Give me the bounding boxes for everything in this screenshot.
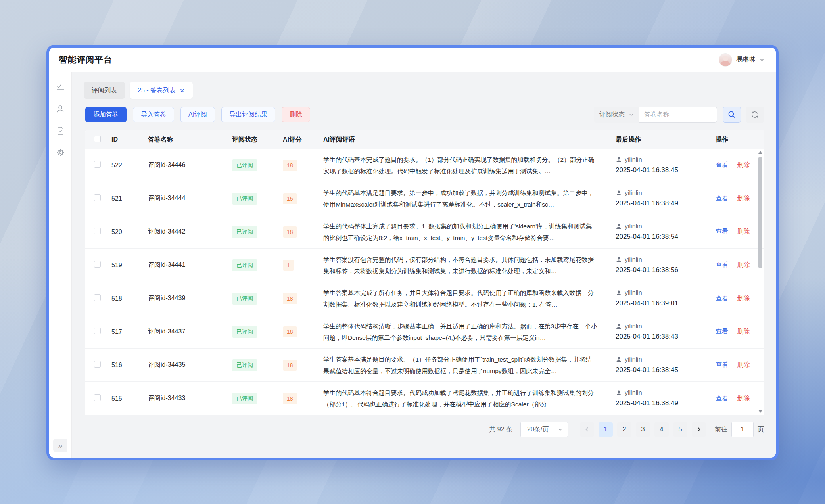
delete-link[interactable]: 删除 [737,195,750,201]
sidebar-collapse-button[interactable]: » [53,439,67,452]
row-operator: yilinlin [625,223,642,230]
delete-link[interactable]: 删除 [737,261,750,268]
view-link[interactable]: 查看 [716,161,728,168]
row-time: 2025-04-01 16:38:45 [616,166,712,174]
search-button[interactable] [723,107,741,123]
row-id: 516 [111,362,148,369]
score-badge: 18 [283,393,297,404]
answer-name-input[interactable] [639,107,717,123]
view-link[interactable]: 查看 [716,195,728,201]
add-answer-button[interactable]: 添加答卷 [85,107,127,122]
main-content: 评阅列表 25 - 答卷列表 ✕ 添加答卷 导入答卷 AI评阅 导出评阅结果 删… [72,72,776,458]
row-id: 518 [111,295,148,302]
view-link[interactable]: 查看 [716,295,728,301]
score-badge: 18 [283,160,297,171]
table-row: 517 评阅id-34437 已评阅 18 学生的整体代码结构清晰，步骤基本正确… [85,315,764,349]
row-checkbox[interactable] [94,228,101,234]
row-time: 2025-04-01 16:38:45 [616,366,712,374]
tab-close-icon[interactable]: ✕ [180,88,185,94]
user-menu[interactable]: 易琳琳 [719,53,765,67]
table-scrollbar[interactable] [758,150,763,414]
view-link[interactable]: 查看 [716,361,728,368]
refresh-button[interactable] [746,107,764,123]
review-status-select[interactable]: 评阅状态 [594,107,639,123]
row-checkbox[interactable] [94,194,101,201]
answer-table: ID 答卷名称 评阅状态 AI评分 AI评阅评语 最后操作 操作 522 评阅i… [85,130,764,415]
row-checkbox[interactable] [94,328,101,334]
page-button-3[interactable]: 3 [636,422,650,437]
row-operator: yilinlin [625,256,642,263]
person-icon [616,290,622,296]
goto-label: 前往 [715,425,727,434]
header-id: ID [111,136,148,143]
row-comment: 学生的整体代码结构清晰，步骤基本正确，并且适用了正确的库和方法。然而，在第3步中… [323,320,616,343]
view-link[interactable]: 查看 [716,395,728,401]
row-name: 评阅id-34444 [148,194,232,203]
row-name: 评阅id-34446 [148,161,232,169]
next-page-button[interactable] [692,422,706,437]
row-time: 2025-04-01 16:38:49 [616,399,712,407]
row-last-op: yilinlin 2025-04-01 16:38:43 [616,323,716,341]
document-check-icon[interactable] [56,126,65,136]
view-link[interactable]: 查看 [716,228,728,235]
status-badge: 已评阅 [232,359,257,371]
row-checkbox[interactable] [94,161,101,168]
scroll-up-icon[interactable] [758,151,762,154]
delete-link[interactable]: 删除 [737,161,750,168]
score-badge: 1 [283,260,294,271]
row-name: 评阅id-34441 [148,261,232,269]
page-button-4[interactable]: 4 [654,422,669,437]
review-checklist-icon[interactable] [56,82,65,92]
header-comment: AI评阅评语 [323,136,616,144]
score-badge: 18 [283,326,297,337]
row-operator: yilinlin [625,190,642,197]
delete-link[interactable]: 删除 [737,395,750,401]
delete-link[interactable]: 删除 [737,361,750,368]
view-link[interactable]: 查看 [716,328,728,335]
row-time: 2025-04-01 16:38:56 [616,266,712,274]
score-badge: 15 [283,193,297,204]
status-badge: 已评阅 [232,259,257,271]
row-checkbox[interactable] [94,361,101,368]
status-badge: 已评阅 [232,293,257,305]
tab-review-list[interactable]: 评阅列表 [84,82,125,99]
page-button-2[interactable]: 2 [617,422,631,437]
search-icon [727,110,736,119]
table-row: 515 评阅id-34433 已评阅 18 学生的代码基本符合题目要求。代码成功… [85,382,764,415]
person-icon [616,190,622,196]
row-operator: yilinlin [625,289,642,297]
page-button-5[interactable]: 5 [673,422,687,437]
page-button-1[interactable]: 1 [599,422,613,437]
table-row: 522 评阅id-34446 已评阅 18 学生的代码基本完成了题目的要求。（1… [85,149,764,182]
person-icon [616,223,622,230]
user-icon[interactable] [56,104,65,114]
row-last-op: yilinlin 2025-04-01 16:38:49 [616,389,716,407]
select-all-checkbox[interactable] [94,136,101,142]
delete-link[interactable]: 删除 [737,328,750,335]
person-icon [616,356,622,363]
row-checkbox[interactable] [94,394,101,401]
row-checkbox[interactable] [94,261,101,268]
view-link[interactable]: 查看 [716,261,728,268]
chevron-down-icon [759,57,765,63]
person-icon [616,157,622,163]
scrollbar-thumb[interactable] [758,157,762,268]
tab-answer-sheet-list[interactable]: 25 - 答卷列表 ✕ [130,82,193,99]
row-checkbox[interactable] [94,294,101,301]
prev-page-button[interactable] [580,422,594,437]
row-comment: 学生的代码整体上完成了题目要求。1. 数据集的加载和划分正确使用了'sklear… [323,220,616,243]
settings-gear-icon[interactable] [56,148,65,157]
ai-review-button[interactable]: AI评阅 [180,107,215,122]
row-last-op: yilinlin 2025-04-01 16:38:56 [616,256,716,274]
table-header-row: ID 答卷名称 评阅状态 AI评分 AI评阅评语 最后操作 操作 [85,130,764,149]
delete-link[interactable]: 删除 [737,295,750,301]
page-size-select[interactable]: 20条/页 [520,422,568,437]
delete-link[interactable]: 删除 [737,228,750,235]
import-answer-button[interactable]: 导入答卷 [133,107,174,122]
export-results-button[interactable]: 导出评阅结果 [221,107,275,122]
row-time: 2025-04-01 16:38:43 [616,333,712,341]
scroll-down-icon[interactable] [758,410,762,413]
delete-button[interactable]: 删除 [282,107,310,122]
page-unit-label: 页 [758,425,764,434]
goto-page-input[interactable] [731,422,754,437]
